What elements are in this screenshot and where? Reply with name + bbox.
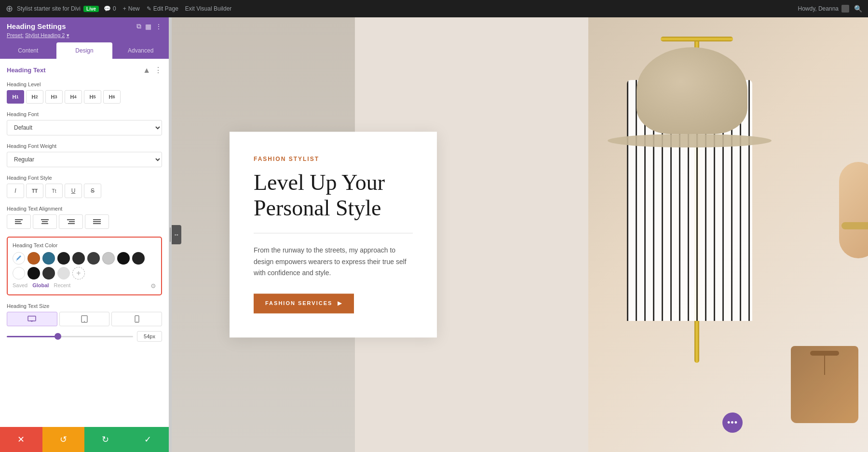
text-size-slider[interactable] (7, 336, 133, 337)
edit-page-link[interactable]: ✎ Edit Page (147, 5, 178, 12)
photo-right (588, 17, 868, 452)
align-justify-btn[interactable] (85, 214, 109, 229)
color-tab-global[interactable]: Global (32, 282, 49, 290)
preset-chevron-icon: ▾ (67, 32, 69, 38)
preview-area: ↔ (172, 17, 868, 452)
heading-font-weight-select[interactable]: Regular Bold Light (7, 152, 162, 167)
panel-menu-icon[interactable]: ⋮ (155, 23, 162, 30)
heading-text-size-label: Heading Text Size (7, 303, 162, 309)
panel-preset[interactable]: Preset: Stylist Heading 2 ▾ (7, 32, 162, 39)
color-swatch-teal[interactable] (42, 252, 55, 265)
arm-partial (839, 162, 868, 258)
comments-link[interactable]: 💬 0 (104, 5, 116, 12)
text-size-value-input[interactable]: 54px (137, 331, 162, 342)
comment-icon: 💬 (104, 5, 111, 12)
pencil-icon: ✎ (147, 5, 151, 12)
style-capitalize-btn[interactable]: Tt (45, 184, 63, 198)
panel-scroll-content: Heading Text ▲ ⋮ Heading Level H1 H2 H3 … (0, 59, 169, 427)
panel-grid-icon[interactable]: ▦ (145, 23, 151, 30)
search-icon[interactable]: 🔍 (854, 5, 862, 13)
style-italic-btn[interactable]: I (7, 184, 24, 198)
redo-button[interactable]: ↻ (84, 427, 127, 452)
panel-title: Heading Settings (7, 22, 66, 30)
heading-font-group: Heading Font Default Arial Georgia (7, 111, 162, 135)
edit-page-label: Edit Page (153, 5, 178, 12)
undo-icon: ↺ (60, 434, 67, 445)
save-icon: ✓ (144, 434, 151, 445)
color-swatch-near-black-1[interactable] (57, 252, 70, 265)
add-color-btn[interactable]: + (72, 267, 85, 279)
heading-level-h5[interactable]: H5 (84, 90, 101, 104)
align-left-btn[interactable] (7, 214, 31, 229)
heading-level-h2[interactable]: H2 (26, 90, 43, 104)
svg-point-18 (136, 321, 137, 322)
fashion-card: FASHION STYLIST Level Up Your Personal S… (230, 132, 437, 337)
style-underline-btn[interactable]: U (65, 184, 82, 198)
heading-font-select[interactable]: Default Arial Georgia (7, 120, 162, 135)
preview-resize-handle[interactable]: ↔ (172, 225, 181, 244)
section-title: Heading Text (7, 66, 46, 74)
color-swatch-brown-orange[interactable] (27, 252, 40, 265)
section-more-icon[interactable]: ⋮ (154, 66, 162, 75)
style-strikethrough-btn[interactable]: S (84, 184, 101, 198)
size-device-desktop-btn[interactable] (7, 312, 57, 326)
color-tab-recent[interactable]: Recent (54, 282, 70, 290)
align-right-btn[interactable] (59, 214, 83, 229)
heading-level-h3[interactable]: H3 (45, 90, 63, 104)
hat-area (617, 41, 762, 147)
color-swatch-white[interactable] (13, 267, 25, 279)
color-swatch-light-gray[interactable] (102, 252, 115, 265)
section-collapse-icon[interactable]: ▲ (143, 66, 150, 75)
color-swatch-dark-gray[interactable] (87, 252, 100, 265)
alignment-buttons (7, 214, 162, 229)
align-center-btn[interactable] (33, 214, 57, 229)
new-link[interactable]: + New (123, 5, 140, 12)
howdy-user: Howdy, Deanna (798, 5, 850, 13)
color-swatch-black-2[interactable] (132, 252, 145, 265)
size-device-mobile-btn[interactable] (111, 312, 162, 326)
fashion-heading: Level Up Your Personal Style (254, 170, 413, 221)
preset-label: Preset: (7, 32, 24, 38)
user-avatar[interactable] (841, 5, 849, 13)
main-area: Heading Settings ⧉ ▦ ⋮ Preset: Stylist H… (0, 17, 868, 452)
cancel-button[interactable]: ✕ (0, 427, 42, 452)
style-uppercase-btn[interactable]: TT (26, 184, 43, 198)
redo-icon: ↻ (102, 434, 109, 445)
color-swatch-dark-1[interactable] (42, 267, 55, 279)
heading-text-color-label: Heading Text Color (13, 242, 156, 248)
panel-tabs: Content Design Advanced (0, 42, 169, 59)
wp-logo-icon[interactable]: ⊕ (6, 3, 13, 14)
color-swatch-black-3[interactable] (27, 267, 40, 279)
color-swatch-black-1[interactable] (117, 252, 130, 265)
undo-button[interactable]: ↺ (42, 427, 85, 452)
tab-design[interactable]: Design (56, 42, 113, 59)
section-header: Heading Text ▲ ⋮ (7, 66, 162, 75)
tab-advanced[interactable]: Advanced (112, 42, 169, 59)
exit-visual-builder-link[interactable]: Exit Visual Builder (185, 5, 232, 12)
more-options-button[interactable]: ••• (722, 412, 743, 433)
heading-font-weight-label: Heading Font Weight (7, 143, 162, 149)
heading-level-h4[interactable]: H4 (65, 90, 82, 104)
fashion-cta-button[interactable]: FASHION SERVICES ▶ (254, 294, 354, 314)
color-swatch-light-1[interactable] (57, 267, 70, 279)
heading-level-h1[interactable]: H1 (7, 90, 24, 104)
color-tab-saved[interactable]: Saved (13, 282, 27, 290)
svg-point-16 (84, 321, 85, 322)
heading-level-h6[interactable]: H6 (103, 90, 121, 104)
site-name-link[interactable]: Stylist starter site for Divi (17, 5, 81, 12)
howdy-text: Howdy, Deanna (798, 5, 839, 12)
eyedropper-btn[interactable] (13, 252, 25, 265)
fashion-category: FASHION STYLIST (254, 156, 413, 162)
save-button[interactable]: ✓ (127, 427, 169, 452)
wp-admin-bar: ⊕ Stylist starter site for Divi Live 💬 0… (0, 0, 868, 17)
preset-value: Stylist Heading 2 (25, 32, 65, 38)
panel-copy-icon[interactable]: ⧉ (136, 22, 141, 30)
color-settings-gear-icon[interactable]: ⚙ (150, 282, 156, 290)
color-swatch-near-black-2[interactable] (72, 252, 85, 265)
tab-content[interactable]: Content (0, 42, 56, 59)
size-device-tablet-btn[interactable] (59, 312, 110, 326)
color-swatches: + (13, 252, 156, 279)
heading-font-weight-group: Heading Font Weight Regular Bold Light (7, 143, 162, 167)
heading-level-buttons: H1 H2 H3 H4 H5 H6 (7, 90, 162, 104)
bottom-action-bar: ✕ ↺ ↻ ✓ (0, 427, 169, 452)
